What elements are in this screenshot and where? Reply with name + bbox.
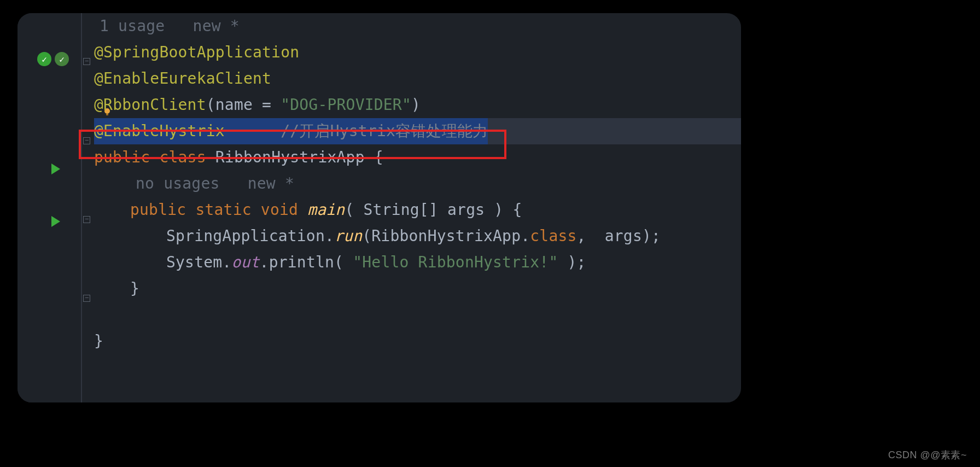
spring-run-config-icon[interactable]: ✓	[55, 52, 69, 66]
fold-toggle-icon[interactable]	[83, 137, 90, 144]
run-gutter-main-icon[interactable]	[51, 216, 60, 227]
annotation-eureka: @EnableEurekaClient	[94, 69, 271, 87]
fold-toggle-icon[interactable]	[83, 295, 90, 302]
fold-toggle-icon[interactable]	[83, 216, 90, 223]
run-gutter-class-icon[interactable]	[51, 164, 60, 174]
close-brace-inner: }	[130, 279, 139, 297]
code-area[interactable]: 1 usage new * @SpringBootApplication @En…	[94, 13, 741, 354]
ribbon-cls-ref: RibbonHystrixApp	[371, 227, 521, 245]
println: println	[269, 253, 334, 271]
watermark-text: CSDN @@素素~	[888, 448, 967, 462]
open-paren: (	[362, 227, 371, 245]
dot1: .	[325, 227, 334, 245]
open-brace: {	[365, 148, 383, 166]
fold-toggle-icon[interactable]	[83, 58, 90, 65]
class-name: RibbonHystrixApp	[215, 148, 365, 166]
inlay-hint-usages[interactable]: 1 usage new *	[100, 17, 240, 35]
out-field: out	[231, 253, 259, 271]
editor-gutter	[18, 13, 81, 402]
kw-class: class	[159, 148, 206, 166]
run-call: run	[334, 227, 362, 245]
dot4: .	[260, 253, 269, 271]
main-args-open: (	[345, 201, 363, 219]
annotation-hystrix: @EnableHystrix	[94, 122, 225, 140]
hystrix-pad	[225, 122, 281, 140]
dot3: .	[222, 253, 231, 271]
main-args-type: String[]	[364, 201, 438, 219]
dot2: .	[521, 227, 530, 245]
hello-string: "Hello RibbonHystrix!"	[353, 253, 558, 271]
annotation-springboot: @SpringBootApplication	[94, 43, 299, 61]
main-args-name: args	[438, 201, 485, 219]
spring-app: SpringApplication	[166, 227, 325, 245]
gutter-icons: ✓ ✓	[37, 52, 69, 66]
kw-public: public	[94, 148, 150, 166]
kw-class-ref: class	[530, 227, 576, 245]
kw-static: static	[195, 201, 251, 219]
editor-frame: ✓ ✓ 1 usage new * @SpringBootApplication…	[16, 12, 742, 404]
annotation-ribbon-prefix: @R	[94, 96, 113, 114]
kw-void: void	[261, 201, 298, 219]
gutter-separator	[81, 13, 82, 402]
println-close: );	[558, 253, 586, 271]
method-main: main	[307, 201, 345, 219]
close-brace-outer: }	[94, 332, 103, 350]
annotation-ribbon-suffix: bbonClient	[113, 96, 206, 114]
hystrix-comment: //开启Hystrix容错处理能力	[281, 122, 488, 140]
ribbon-args-open: (name =	[206, 96, 281, 114]
highlighted-line: @EnableHystrix //开启Hystrix容错处理能力	[94, 118, 741, 144]
ribbon-args-close: )	[411, 96, 421, 114]
inlay-hint-nousages[interactable]: no usages new *	[136, 174, 294, 192]
system: System	[166, 253, 222, 271]
println-open: (	[334, 253, 353, 271]
run-args-close: , args);	[577, 227, 661, 245]
kw-public2: public	[130, 201, 186, 219]
spring-run-icon[interactable]: ✓	[37, 52, 51, 66]
ribbon-name-string: "DOG-PROVIDER"	[281, 96, 411, 114]
main-args-close: ) {	[485, 201, 522, 219]
